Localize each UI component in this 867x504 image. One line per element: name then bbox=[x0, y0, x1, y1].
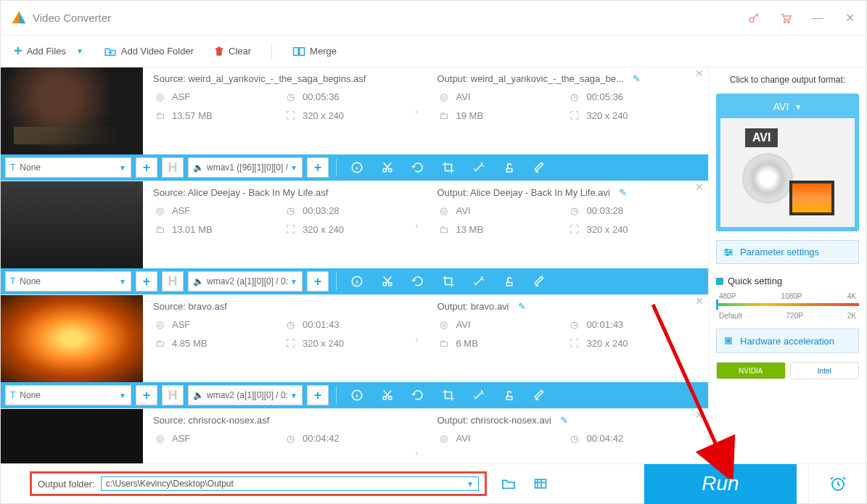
edit-subtitle-icon[interactable] bbox=[527, 271, 553, 292]
toolbar: + Add Files ▼ Add Video Folder Clear Mer… bbox=[1, 36, 866, 67]
remove-row-icon[interactable]: ✕ bbox=[691, 181, 708, 268]
cut-icon[interactable] bbox=[374, 385, 400, 405]
effects-icon[interactable] bbox=[466, 271, 492, 292]
arrow-separator-icon: › bbox=[407, 409, 427, 463]
source-label: Source: bravo.asf bbox=[153, 301, 397, 312]
add-audio-button[interactable]: + bbox=[307, 271, 329, 292]
svg-rect-16 bbox=[506, 397, 512, 400]
sliders-icon bbox=[723, 247, 734, 257]
subtitle-value: None bbox=[20, 162, 41, 173]
subtitle-dropdown[interactable]: TNone▼ bbox=[5, 271, 131, 292]
audio-dropdown[interactable]: 🔈wmav2 (a[1][0][0] / 0:▼ bbox=[188, 271, 303, 292]
audio-value: wmav1 ([96][1][0][0] / bbox=[207, 162, 288, 173]
run-button[interactable]: Run bbox=[644, 464, 797, 504]
quick-setting-label: Quick setting bbox=[728, 276, 782, 286]
svg-rect-8 bbox=[506, 169, 512, 173]
subtitle-dropdown[interactable]: TNone▼ bbox=[5, 157, 131, 178]
add-files-dropdown-icon[interactable]: ▼ bbox=[76, 47, 83, 55]
output-label: Output: weird_al_yankovic_-_the_saga_be.… bbox=[437, 73, 624, 84]
thumbnail[interactable] bbox=[1, 67, 143, 154]
remove-row-icon[interactable]: ✕ bbox=[691, 67, 708, 154]
output-duration: 00:05:36 bbox=[587, 91, 624, 102]
h-button[interactable]: H bbox=[162, 271, 184, 292]
register-key-icon[interactable] bbox=[747, 12, 760, 25]
format-badge: AVI bbox=[745, 128, 778, 147]
nvidia-logo: NVIDIA bbox=[716, 362, 786, 379]
watermark-icon[interactable] bbox=[496, 271, 522, 292]
chip-icon bbox=[723, 335, 734, 347]
footer: Output folder: c:\Users\Kevincy\Desktop\… bbox=[1, 463, 866, 503]
minimize-button[interactable]: — bbox=[811, 12, 824, 25]
remove-row-icon[interactable]: ✕ bbox=[691, 295, 708, 382]
size-icon: 🗀 bbox=[437, 109, 451, 122]
subtitle-dropdown[interactable]: TNone▼ bbox=[5, 385, 131, 405]
format-name: AVI bbox=[773, 101, 789, 112]
rotate-icon[interactable] bbox=[405, 157, 431, 178]
crop-icon[interactable] bbox=[435, 157, 461, 178]
thumbnail[interactable] bbox=[1, 409, 143, 463]
output-folder-field: Output folder: c:\Users\Kevincy\Desktop\… bbox=[30, 471, 487, 496]
watermark-icon[interactable] bbox=[496, 385, 522, 405]
arrow-separator-icon: › bbox=[407, 295, 427, 382]
info-icon[interactable] bbox=[344, 271, 370, 292]
crop-icon[interactable] bbox=[435, 271, 461, 292]
rename-icon[interactable]: ✎ bbox=[518, 301, 526, 312]
edit-subtitle-icon[interactable] bbox=[527, 385, 553, 405]
rename-icon[interactable]: ✎ bbox=[619, 187, 627, 198]
thumbnail[interactable] bbox=[1, 295, 143, 382]
alarm-button[interactable] bbox=[808, 464, 866, 504]
cut-icon[interactable] bbox=[374, 157, 400, 178]
add-folder-button[interactable]: Add Video Folder bbox=[104, 46, 194, 57]
h-button[interactable]: H bbox=[162, 385, 184, 405]
cart-icon[interactable] bbox=[779, 12, 792, 25]
effects-icon[interactable] bbox=[466, 385, 492, 405]
rename-icon[interactable]: ✎ bbox=[560, 415, 568, 426]
audio-dropdown[interactable]: 🔈wmav2 (a[1][0][0] / 0:▼ bbox=[188, 385, 303, 405]
rotate-icon[interactable] bbox=[405, 385, 431, 405]
thumbnail[interactable] bbox=[1, 181, 143, 268]
clear-button[interactable]: Clear bbox=[214, 46, 251, 57]
add-files-button[interactable]: + Add Files bbox=[14, 43, 66, 59]
svg-point-0 bbox=[749, 17, 754, 22]
add-subtitle-button[interactable]: + bbox=[136, 271, 157, 292]
source-size: 13.01 MB bbox=[172, 224, 213, 235]
effects-icon[interactable] bbox=[466, 157, 492, 178]
rotate-icon[interactable] bbox=[405, 271, 431, 292]
add-folder-label: Add Video Folder bbox=[121, 46, 194, 57]
arrow-separator-icon: › bbox=[407, 67, 427, 154]
info-icon[interactable] bbox=[344, 157, 370, 178]
parameter-settings-button[interactable]: Parameter settings bbox=[716, 240, 859, 264]
merge-button[interactable]: Merge bbox=[292, 46, 337, 57]
add-subtitle-button[interactable]: + bbox=[136, 157, 157, 178]
add-audio-button[interactable]: + bbox=[307, 157, 329, 178]
source-format: ASF bbox=[172, 205, 190, 216]
add-subtitle-button[interactable]: + bbox=[136, 385, 157, 405]
crop-icon[interactable] bbox=[435, 385, 461, 405]
hardware-accel-button[interactable]: Hardware acceleration bbox=[716, 329, 859, 353]
output-label: Output: Alice Deejay - Back In My Life.a… bbox=[437, 187, 610, 198]
svg-rect-3 bbox=[294, 47, 299, 55]
disc-icon bbox=[742, 153, 793, 204]
merge-icon bbox=[292, 46, 305, 57]
format-selector[interactable]: AVI▼ AVI bbox=[716, 94, 859, 231]
add-audio-button[interactable]: + bbox=[307, 385, 329, 405]
info-icon[interactable] bbox=[344, 385, 370, 405]
row-actionbar: TNone▼ + H 🔈wmav1 ([96][1][0][0] /▼ + bbox=[1, 154, 708, 181]
dropdown-arrow-icon: ▼ bbox=[467, 480, 474, 488]
source-label: Source: Alice Deejay - Back In My Life.a… bbox=[153, 187, 397, 198]
output-folder-dropdown[interactable]: c:\Users\Kevincy\Desktop\Output ▼ bbox=[101, 476, 479, 491]
h-button[interactable]: H bbox=[162, 157, 184, 178]
cut-icon[interactable] bbox=[374, 271, 400, 292]
svg-point-17 bbox=[726, 249, 728, 251]
quality-slider[interactable] bbox=[716, 303, 859, 306]
output-resolution: 320 x 240 bbox=[587, 224, 628, 235]
task-list-icon[interactable] bbox=[530, 474, 551, 494]
remove-row-icon[interactable]: ✕ bbox=[691, 409, 708, 463]
rename-icon[interactable]: ✎ bbox=[633, 73, 641, 84]
watermark-icon[interactable] bbox=[496, 157, 522, 178]
close-button[interactable]: ✕ bbox=[843, 12, 856, 25]
open-folder-icon[interactable] bbox=[498, 474, 519, 494]
audio-dropdown[interactable]: 🔈wmav1 ([96][1][0][0] /▼ bbox=[188, 157, 303, 178]
output-format: AVI bbox=[456, 205, 471, 216]
edit-subtitle-icon[interactable] bbox=[527, 157, 553, 178]
